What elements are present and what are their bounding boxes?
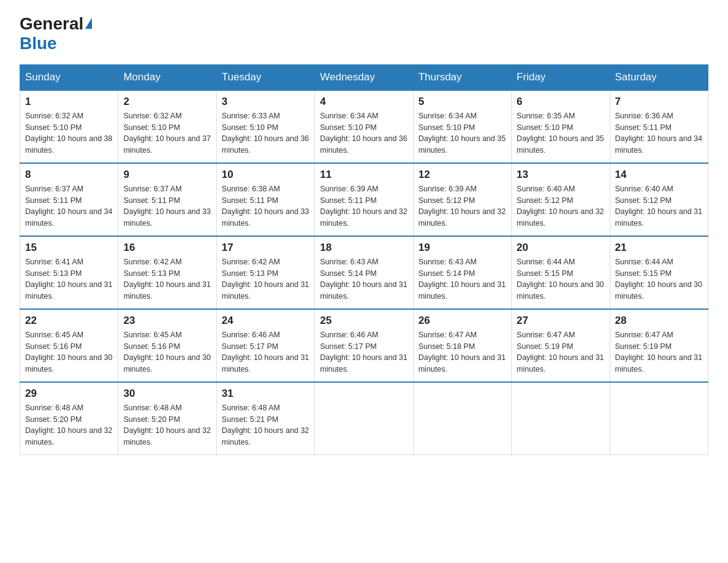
day-number: 21 [615, 242, 703, 254]
calendar-cell [413, 382, 511, 455]
day-number: 1 [25, 96, 113, 108]
calendar-cell: 6 Sunrise: 6:35 AMSunset: 5:10 PMDayligh… [512, 90, 610, 163]
day-number: 29 [25, 388, 113, 400]
calendar-cell: 3 Sunrise: 6:33 AMSunset: 5:10 PMDayligh… [216, 90, 314, 163]
day-info: Sunrise: 6:43 AMSunset: 5:14 PMDaylight:… [320, 256, 408, 302]
day-info: Sunrise: 6:40 AMSunset: 5:12 PMDaylight:… [517, 183, 604, 229]
calendar-cell: 28 Sunrise: 6:47 AMSunset: 5:19 PMDaylig… [610, 309, 708, 382]
calendar-cell: 29 Sunrise: 6:48 AMSunset: 5:20 PMDaylig… [20, 382, 118, 455]
day-number: 13 [517, 169, 604, 181]
calendar-cell: 9 Sunrise: 6:37 AMSunset: 5:11 PMDayligh… [118, 163, 216, 236]
calendar-table: SundayMondayTuesdayWednesdayThursdayFrid… [20, 64, 708, 455]
calendar-cell: 8 Sunrise: 6:37 AMSunset: 5:11 PMDayligh… [20, 163, 118, 236]
calendar-cell: 27 Sunrise: 6:47 AMSunset: 5:19 PMDaylig… [512, 309, 610, 382]
day-info: Sunrise: 6:48 AMSunset: 5:20 PMDaylight:… [123, 402, 211, 448]
day-number: 20 [517, 242, 604, 254]
calendar-cell: 10 Sunrise: 6:38 AMSunset: 5:11 PMDaylig… [216, 163, 314, 236]
day-info: Sunrise: 6:41 AMSunset: 5:13 PMDaylight:… [25, 256, 113, 302]
weekday-header-saturday: Saturday [610, 64, 708, 90]
day-info: Sunrise: 6:37 AMSunset: 5:11 PMDaylight:… [25, 183, 113, 229]
calendar-cell: 21 Sunrise: 6:44 AMSunset: 5:15 PMDaylig… [610, 236, 708, 309]
weekday-header-wednesday: Wednesday [315, 64, 413, 90]
day-info: Sunrise: 6:39 AMSunset: 5:11 PMDaylight:… [320, 183, 408, 229]
calendar-cell [315, 382, 413, 455]
day-info: Sunrise: 6:37 AMSunset: 5:11 PMDaylight:… [123, 183, 211, 229]
day-number: 5 [419, 96, 506, 108]
calendar-cell: 14 Sunrise: 6:40 AMSunset: 5:12 PMDaylig… [610, 163, 708, 236]
day-info: Sunrise: 6:33 AMSunset: 5:10 PMDaylight:… [222, 110, 309, 156]
calendar-cell: 18 Sunrise: 6:43 AMSunset: 5:14 PMDaylig… [315, 236, 413, 309]
calendar-cell: 24 Sunrise: 6:46 AMSunset: 5:17 PMDaylig… [216, 309, 314, 382]
day-number: 30 [123, 388, 211, 400]
day-number: 8 [25, 169, 113, 181]
day-info: Sunrise: 6:39 AMSunset: 5:12 PMDaylight:… [419, 183, 506, 229]
calendar-cell: 12 Sunrise: 6:39 AMSunset: 5:12 PMDaylig… [413, 163, 511, 236]
weekday-header-tuesday: Tuesday [216, 64, 314, 90]
calendar-cell: 23 Sunrise: 6:45 AMSunset: 5:16 PMDaylig… [118, 309, 216, 382]
day-number: 24 [222, 315, 309, 327]
day-info: Sunrise: 6:47 AMSunset: 5:19 PMDaylight:… [615, 329, 703, 375]
day-info: Sunrise: 6:45 AMSunset: 5:16 PMDaylight:… [25, 329, 113, 375]
day-number: 28 [615, 315, 703, 327]
calendar-week-row: 8 Sunrise: 6:37 AMSunset: 5:11 PMDayligh… [20, 163, 708, 236]
calendar-cell: 20 Sunrise: 6:44 AMSunset: 5:15 PMDaylig… [512, 236, 610, 309]
day-number: 4 [320, 96, 408, 108]
calendar-cell: 5 Sunrise: 6:34 AMSunset: 5:10 PMDayligh… [413, 90, 511, 163]
day-number: 27 [517, 315, 604, 327]
calendar-week-row: 22 Sunrise: 6:45 AMSunset: 5:16 PMDaylig… [20, 309, 708, 382]
day-info: Sunrise: 6:38 AMSunset: 5:11 PMDaylight:… [222, 183, 309, 229]
weekday-header-row: SundayMondayTuesdayWednesdayThursdayFrid… [20, 64, 708, 90]
day-number: 15 [25, 242, 113, 254]
day-number: 12 [419, 169, 506, 181]
day-info: Sunrise: 6:36 AMSunset: 5:11 PMDaylight:… [615, 110, 703, 156]
day-info: Sunrise: 6:48 AMSunset: 5:21 PMDaylight:… [222, 402, 309, 448]
day-info: Sunrise: 6:46 AMSunset: 5:17 PMDaylight:… [222, 329, 309, 375]
weekday-header-sunday: Sunday [20, 64, 118, 90]
calendar-week-row: 29 Sunrise: 6:48 AMSunset: 5:20 PMDaylig… [20, 382, 708, 455]
weekday-header-friday: Friday [512, 64, 610, 90]
day-number: 9 [123, 169, 211, 181]
day-number: 17 [222, 242, 309, 254]
calendar-cell: 22 Sunrise: 6:45 AMSunset: 5:16 PMDaylig… [20, 309, 118, 382]
calendar-cell: 30 Sunrise: 6:48 AMSunset: 5:20 PMDaylig… [118, 382, 216, 455]
day-info: Sunrise: 6:46 AMSunset: 5:17 PMDaylight:… [320, 329, 408, 375]
calendar-week-row: 1 Sunrise: 6:32 AMSunset: 5:10 PMDayligh… [20, 90, 708, 163]
day-info: Sunrise: 6:40 AMSunset: 5:12 PMDaylight:… [615, 183, 703, 229]
day-number: 2 [123, 96, 211, 108]
day-number: 25 [320, 315, 408, 327]
day-number: 23 [123, 315, 211, 327]
day-info: Sunrise: 6:32 AMSunset: 5:10 PMDaylight:… [25, 110, 113, 156]
day-info: Sunrise: 6:47 AMSunset: 5:18 PMDaylight:… [419, 329, 506, 375]
calendar-cell: 25 Sunrise: 6:46 AMSunset: 5:17 PMDaylig… [315, 309, 413, 382]
day-number: 7 [615, 96, 703, 108]
calendar-cell: 17 Sunrise: 6:42 AMSunset: 5:13 PMDaylig… [216, 236, 314, 309]
day-info: Sunrise: 6:35 AMSunset: 5:10 PMDaylight:… [517, 110, 604, 156]
day-info: Sunrise: 6:42 AMSunset: 5:13 PMDaylight:… [222, 256, 309, 302]
day-info: Sunrise: 6:43 AMSunset: 5:14 PMDaylight:… [419, 256, 506, 302]
calendar-cell: 15 Sunrise: 6:41 AMSunset: 5:13 PMDaylig… [20, 236, 118, 309]
calendar-cell: 11 Sunrise: 6:39 AMSunset: 5:11 PMDaylig… [315, 163, 413, 236]
day-info: Sunrise: 6:45 AMSunset: 5:16 PMDaylight:… [123, 329, 211, 375]
calendar-cell: 7 Sunrise: 6:36 AMSunset: 5:11 PMDayligh… [610, 90, 708, 163]
calendar-cell: 19 Sunrise: 6:43 AMSunset: 5:14 PMDaylig… [413, 236, 511, 309]
logo-general: General [20, 15, 83, 34]
day-info: Sunrise: 6:47 AMSunset: 5:19 PMDaylight:… [517, 329, 604, 375]
calendar-cell [610, 382, 708, 455]
day-number: 26 [419, 315, 506, 327]
day-number: 22 [25, 315, 113, 327]
calendar-week-row: 15 Sunrise: 6:41 AMSunset: 5:13 PMDaylig… [20, 236, 708, 309]
day-number: 16 [123, 242, 211, 254]
calendar-cell: 2 Sunrise: 6:32 AMSunset: 5:10 PMDayligh… [118, 90, 216, 163]
logo: General Blue [20, 15, 92, 53]
logo-blue: Blue [20, 34, 57, 53]
calendar-cell [512, 382, 610, 455]
calendar-cell: 4 Sunrise: 6:34 AMSunset: 5:10 PMDayligh… [315, 90, 413, 163]
day-number: 31 [222, 388, 309, 400]
page-header: General Blue [20, 15, 708, 53]
day-info: Sunrise: 6:44 AMSunset: 5:15 PMDaylight:… [517, 256, 604, 302]
calendar-cell: 13 Sunrise: 6:40 AMSunset: 5:12 PMDaylig… [512, 163, 610, 236]
calendar-cell: 1 Sunrise: 6:32 AMSunset: 5:10 PMDayligh… [20, 90, 118, 163]
calendar-cell: 16 Sunrise: 6:42 AMSunset: 5:13 PMDaylig… [118, 236, 216, 309]
weekday-header-monday: Monday [118, 64, 216, 90]
day-number: 14 [615, 169, 703, 181]
